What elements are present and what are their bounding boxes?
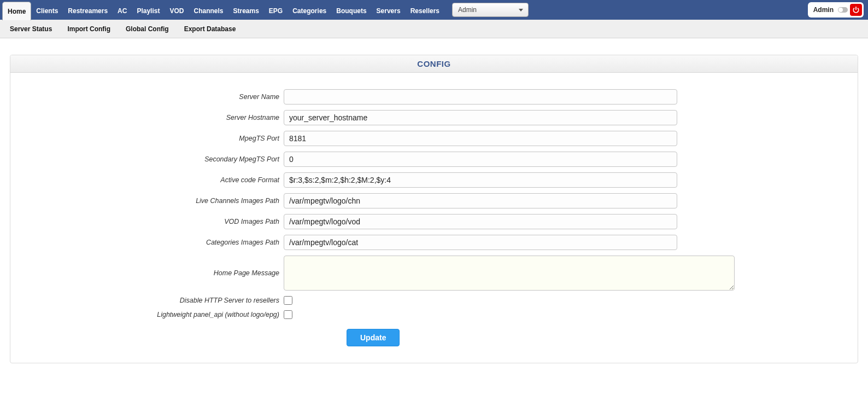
panel-header: CONFIG [10, 55, 858, 73]
nav-resellers[interactable]: Resellers [406, 2, 444, 20]
label-secondary-mpegts-port: Secondary MpegTS Port [32, 155, 284, 163]
nav-clients[interactable]: Clients [31, 2, 63, 20]
row-home-page-message: Home Page Message [32, 256, 836, 291]
topnav: Home Clients Restreamers AC Playlist VOD… [2, 0, 444, 20]
user-label: Admin [813, 6, 834, 14]
nav-channels[interactable]: Channels [189, 2, 228, 20]
subnav-global-config[interactable]: Global Config [118, 25, 177, 33]
panel-body: Server Name Server Hostname MpegTS Port … [10, 73, 858, 363]
nav-vod[interactable]: VOD [165, 2, 189, 20]
input-server-hostname[interactable] [284, 110, 677, 125]
row-server-name: Server Name [32, 89, 836, 105]
config-panel: CONFIG Server Name Server Hostname MpegT… [10, 55, 858, 363]
panel-title: CONFIG [417, 59, 450, 68]
label-server-name: Server Name [32, 93, 284, 101]
subnav: Server Status Import Config Global Confi… [0, 20, 868, 38]
topbar-right: Admin [808, 2, 864, 18]
nav-ac[interactable]: AC [113, 2, 132, 20]
label-categories-images-path: Categories Images Path [32, 239, 284, 246]
label-lightweight-panel-api: Lightweight panel_api (without logo/epg) [32, 311, 284, 318]
nav-home[interactable]: Home [2, 2, 31, 20]
row-active-code-format: Active code Format [32, 172, 836, 188]
nav-epg[interactable]: EPG [264, 2, 288, 20]
topbar: Home Clients Restreamers AC Playlist VOD… [0, 0, 868, 20]
toggle-icon[interactable] [838, 7, 848, 13]
row-lightweight-panel-api: Lightweight panel_api (without logo/epg) [32, 310, 836, 319]
row-server-hostname: Server Hostname [32, 110, 836, 125]
row-disable-http-server: Disable HTTP Server to resellers [32, 296, 836, 305]
label-server-hostname: Server Hostname [32, 114, 284, 121]
input-mpegts-port[interactable] [284, 131, 677, 146]
row-mpegts-port: MpegTS Port [32, 131, 836, 146]
label-live-channels-images: Live Channels Images Path [32, 197, 284, 205]
admin-dropdown-value: Admin [458, 6, 477, 14]
label-mpegts-port: MpegTS Port [32, 135, 284, 142]
input-vod-images-path[interactable] [284, 214, 677, 229]
subnav-server-status[interactable]: Server Status [2, 25, 60, 33]
input-live-channels-images[interactable] [284, 193, 677, 208]
label-disable-http-server: Disable HTTP Server to resellers [32, 297, 284, 304]
row-secondary-mpegts-port: Secondary MpegTS Port [32, 152, 836, 167]
label-home-page-message: Home Page Message [32, 269, 284, 277]
power-icon [852, 6, 860, 14]
update-button[interactable]: Update [347, 329, 400, 346]
power-button[interactable] [850, 4, 862, 16]
nav-bouquets[interactable]: Bouquets [331, 2, 371, 20]
input-secondary-mpegts-port[interactable] [284, 152, 677, 167]
page: CONFIG Server Name Server Hostname MpegT… [0, 38, 868, 373]
admin-dropdown[interactable]: Admin [452, 3, 529, 17]
label-active-code-format: Active code Format [32, 176, 284, 184]
textarea-home-page-message[interactable] [284, 256, 735, 291]
nav-restreamers[interactable]: Restreamers [63, 2, 113, 20]
nav-streams[interactable]: Streams [228, 2, 263, 20]
label-vod-images-path: VOD Images Path [32, 218, 284, 225]
nav-categories[interactable]: Categories [288, 2, 331, 20]
checkbox-lightweight-panel-api[interactable] [284, 310, 292, 319]
input-active-code-format[interactable] [284, 172, 677, 188]
row-categories-images-path: Categories Images Path [32, 235, 836, 250]
button-row: Update [32, 329, 836, 346]
subnav-export-database[interactable]: Export Database [177, 25, 244, 33]
input-server-name[interactable] [284, 89, 677, 105]
input-categories-images-path[interactable] [284, 235, 677, 250]
nav-servers[interactable]: Servers [372, 2, 406, 20]
nav-playlist[interactable]: Playlist [132, 2, 165, 20]
row-live-channels-images: Live Channels Images Path [32, 193, 836, 208]
row-vod-images-path: VOD Images Path [32, 214, 836, 229]
checkbox-disable-http-server[interactable] [284, 296, 292, 305]
subnav-import-config[interactable]: Import Config [60, 25, 118, 33]
